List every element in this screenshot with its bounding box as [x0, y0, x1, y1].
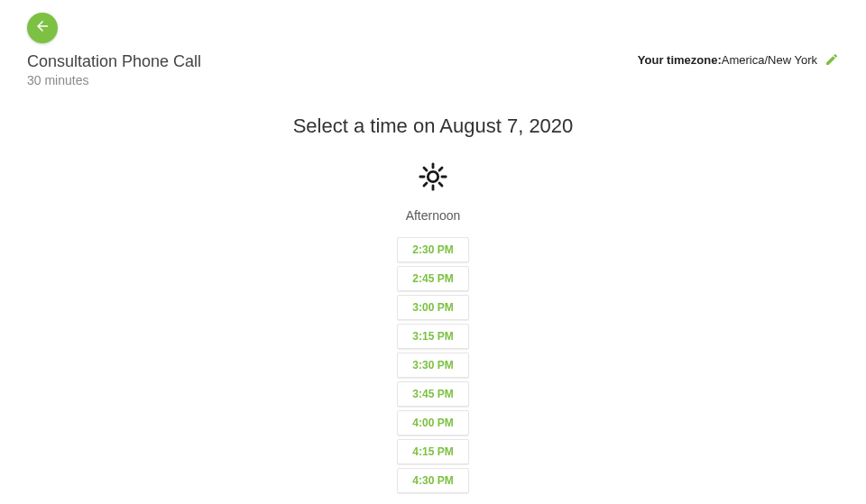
- time-slot-label: 3:00 PM: [412, 301, 453, 314]
- time-slot[interactable]: 3:45 PM: [397, 381, 469, 407]
- time-slot-label: 3:30 PM: [412, 359, 453, 371]
- time-slot-label: 4:00 PM: [412, 417, 453, 429]
- time-slot[interactable]: 4:00 PM: [397, 410, 469, 435]
- svg-line-8: [439, 168, 442, 170]
- select-time-heading: Select a time on August 7, 2020: [0, 115, 866, 138]
- timezone-block: Your timezone: America/New York: [638, 52, 839, 67]
- timezone-value: America/New York: [722, 53, 817, 67]
- timezone-label: Your timezone:: [638, 53, 722, 67]
- time-slot[interactable]: 3:00 PM: [397, 295, 469, 320]
- time-slot[interactable]: 2:30 PM: [397, 237, 469, 262]
- time-slot-label: 3:15 PM: [412, 330, 453, 343]
- page-header: Consultation Phone Call 30 minutes Your …: [0, 0, 866, 87]
- time-period-label: Afternoon: [0, 208, 866, 223]
- svg-line-3: [424, 168, 427, 170]
- back-button[interactable]: [27, 13, 58, 43]
- time-slot[interactable]: 3:30 PM: [397, 353, 469, 378]
- svg-line-4: [439, 183, 442, 186]
- time-slot[interactable]: 4:30 PM: [397, 468, 469, 493]
- main-content: Select a time on August 7, 2020 Afternoo…: [0, 115, 866, 493]
- time-slot[interactable]: 2:45 PM: [397, 266, 469, 291]
- time-slot[interactable]: 3:15 PM: [397, 324, 469, 349]
- event-title: Consultation Phone Call: [27, 52, 201, 71]
- time-slot[interactable]: 4:15 PM: [397, 439, 469, 464]
- time-slot-label: 4:15 PM: [412, 445, 453, 458]
- header-left: Consultation Phone Call 30 minutes: [27, 13, 201, 87]
- sun-icon: [418, 161, 448, 196]
- edit-timezone-button[interactable]: [825, 52, 839, 67]
- time-slot-label: 3:45 PM: [412, 388, 453, 400]
- time-slot-label: 4:30 PM: [412, 474, 453, 487]
- event-duration: 30 minutes: [27, 73, 201, 87]
- svg-point-0: [428, 171, 438, 181]
- time-slot-label: 2:45 PM: [412, 272, 453, 285]
- pencil-icon: [825, 56, 839, 69]
- time-slots-list: 2:30 PM 2:45 PM 3:00 PM 3:15 PM 3:30 PM …: [0, 237, 866, 493]
- svg-line-7: [424, 183, 427, 186]
- time-slot-label: 2:30 PM: [412, 243, 453, 256]
- arrow-left-icon: [34, 18, 51, 38]
